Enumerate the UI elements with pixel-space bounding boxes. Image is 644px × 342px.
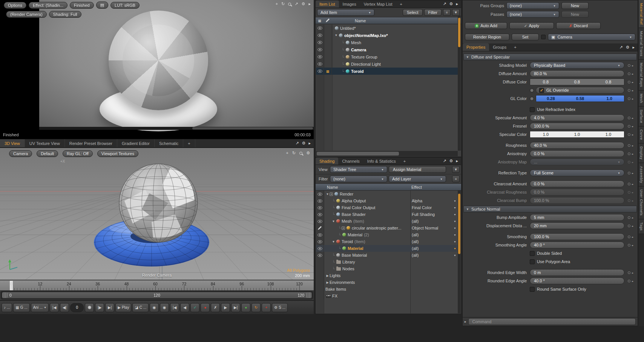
visibility-toggle[interactable] (316, 68, 324, 75)
channel-dot-icon[interactable] (628, 97, 630, 100)
field-mini-controls[interactable]: ◂▸ (626, 153, 635, 155)
visibility-toggle[interactable] (316, 286, 324, 293)
list-mode-icon[interactable]: ≡ (443, 9, 451, 16)
gl-color-field[interactable]: 0.280.581.0 (536, 95, 624, 102)
playhead[interactable] (10, 281, 13, 290)
side-tab-surface[interactable]: Surface (639, 106, 644, 126)
clearcoat-roughness-field[interactable]: 0.0 % (530, 189, 624, 196)
shader-row-library[interactable]: └Library (316, 259, 458, 265)
view-camera-button[interactable]: Camera (9, 150, 32, 157)
field-mini-controls[interactable]: ◂▸ (626, 161, 635, 163)
gradient-button[interactable]: ▦G ... (13, 303, 29, 312)
discard-button[interactable]: ✗ Discard (556, 22, 601, 29)
actor-button[interactable]: ◉ (150, 303, 159, 312)
rounded-edge-angle-field[interactable]: 40.0 ° (530, 277, 624, 284)
options-button[interactable]: Options (4, 2, 26, 9)
tab-groups[interactable]: Groups (489, 43, 510, 51)
mini-arrows-icon[interactable]: ◂▸ (632, 236, 633, 238)
next-frame-button[interactable]: |▶ (95, 303, 104, 312)
channel-dot-icon[interactable] (628, 64, 630, 67)
specular-color-field[interactable]: 1.01.01.0 (530, 131, 624, 138)
side-tab-mesh[interactable]: Mesh (639, 91, 644, 106)
shader-row-toroid[interactable]: ▼Toroid(Item)(all)▼ (316, 238, 458, 245)
add-item-dropdown[interactable]: Add Item ▼ (317, 9, 374, 16)
mini-arrows-icon[interactable]: ◂▸ (632, 97, 633, 100)
shading-vscrollbar[interactable] (458, 191, 461, 313)
gear-icon[interactable]: ⚙ (302, 2, 305, 6)
pan-icon[interactable]: + (276, 2, 278, 6)
field-mini-controls[interactable]: ◂▸ (626, 216, 635, 219)
field-mini-controls[interactable]: ◂▸ (626, 225, 635, 227)
mini-arrows-icon[interactable]: ◂▸ (632, 81, 633, 83)
mini-arrows-icon[interactable]: ◂▸ (632, 133, 633, 136)
mini-arrows-icon[interactable]: ◂▸ (632, 199, 633, 202)
rounded-edge-width-field[interactable]: 0 m (530, 269, 624, 276)
render-flag[interactable] (324, 53, 332, 60)
expand-toggle[interactable]: ▼ (331, 220, 336, 223)
use-polygon-area-checkbox[interactable] (530, 259, 535, 264)
item-list-vscrollbar[interactable] (458, 15, 461, 151)
grid-column-icon[interactable]: ▦ (316, 19, 324, 23)
gl-override-checkbox[interactable]: ✓ (539, 88, 544, 93)
edit-column-icon[interactable] (324, 18, 331, 23)
tab-[interactable]: + (396, 0, 406, 8)
specular-amount-field[interactable]: 4.0 % (530, 114, 624, 121)
render-camera-dropdown[interactable]: (Render Camera) (6, 11, 47, 18)
expand-toggle[interactable]: ▼ (325, 193, 330, 196)
field-mini-controls[interactable]: ◂▸ (626, 125, 635, 128)
mini-arrows-icon[interactable]: ◂▸ (632, 144, 633, 147)
menu-icon[interactable]: ▸ (308, 2, 311, 6)
visibility-toggle[interactable] (316, 211, 324, 218)
tab-[interactable]: + (400, 157, 409, 165)
shader-row-mesh[interactable]: ▼Mesh(Item)(all)▼ (316, 218, 458, 225)
item-row-toroid[interactable]: ▦└Toroid (316, 68, 458, 75)
camera-dropdown[interactable]: ▣ Camera ▼ (548, 34, 635, 40)
record-button[interactable]: ● (201, 303, 210, 312)
key-step-fwd-button[interactable]: ▶ (221, 303, 230, 312)
channel-dot-icon[interactable] (628, 89, 630, 92)
channel-dot-icon[interactable] (628, 153, 630, 155)
add-layer-dropdown[interactable]: Add Layer ▼ (389, 176, 446, 182)
field-mini-controls[interactable]: ◂▸ (626, 81, 635, 83)
side-tab-display[interactable]: Display (639, 143, 644, 163)
field-mini-controls[interactable]: ◂▸ (626, 191, 635, 194)
tab-vertex-map-list[interactable]: Vertex Map List (360, 0, 396, 8)
channel-dot-icon[interactable] (628, 81, 630, 83)
filter-button[interactable]: Filter (424, 9, 442, 16)
channel-dot-icon[interactable] (628, 161, 630, 163)
shader-row-material[interactable]: └Material(2)(all)▼ (316, 231, 458, 238)
shader-row-material[interactable]: └Material(all)▼ (316, 245, 458, 252)
channel-dot-icon[interactable] (628, 117, 630, 119)
tab-uv-texture-view[interactable]: UV Texture View (25, 139, 65, 147)
goto-start-button[interactable]: |◀ (50, 303, 59, 312)
goto-end-button[interactable]: ▶| (105, 303, 114, 312)
zoom-icon[interactable] (299, 152, 302, 155)
autokey-toggle[interactable] (85, 303, 94, 312)
render-flag[interactable] (324, 32, 332, 39)
gl-override-bar[interactable]: ✓GL Override (536, 87, 624, 94)
render-preview-viewport[interactable]: Options Effect: (Shadin... Finished ▤ LU… (0, 0, 314, 139)
render-region-button[interactable]: Render Region (465, 34, 509, 40)
animate-menu[interactable]: Ani ...▼ (31, 303, 49, 312)
actor-menu[interactable]: ◪C ... (132, 303, 149, 312)
mini-arrows-icon[interactable]: ◂▸ (632, 244, 633, 246)
shader-row-environments[interactable]: ▶Environments (316, 279, 458, 286)
field-mini-controls[interactable]: ◂▸ (626, 64, 635, 67)
shader-row-bake-items[interactable]: Bake Items (316, 286, 458, 293)
channel-dot-icon[interactable] (628, 144, 630, 147)
key-loop-button[interactable]: ↻ (251, 303, 261, 312)
visibility-toggle[interactable] (316, 191, 324, 197)
shader-row-final-color-output[interactable]: └Final Color OutputFinal Color▼ (316, 204, 458, 211)
channel-dot-icon[interactable] (628, 183, 630, 185)
side-tab-tags[interactable]: Tags (639, 219, 644, 234)
render-scrollbar[interactable] (39, 127, 314, 130)
menu-icon[interactable]: ▸ (308, 141, 311, 145)
roughness-field[interactable]: 40.0 % (530, 142, 624, 149)
tab-channels[interactable]: Channels (338, 157, 363, 165)
field-mini-controls[interactable]: ◂▸ (626, 144, 635, 147)
command-toggle-icon[interactable]: ▸ (465, 320, 466, 324)
reflection-type-dropdown[interactable]: Full Scene▼ (530, 169, 624, 176)
filter-funnel-icon[interactable]: ▼ (452, 166, 460, 173)
expand-toggle[interactable]: ▶ (325, 274, 330, 277)
mini-arrows-icon[interactable]: ◂▸ (632, 280, 633, 282)
